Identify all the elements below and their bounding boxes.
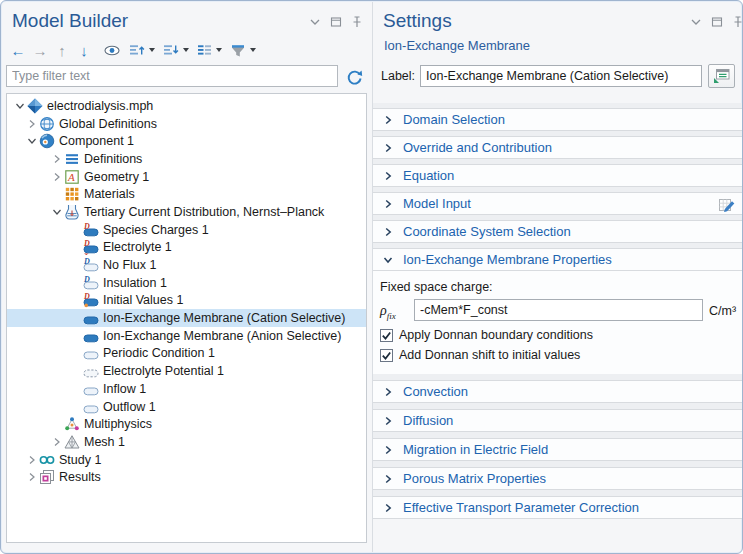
show-eye-button[interactable] [103,39,121,61]
tree-item-multiphysics[interactable]: Multiphysics [7,415,366,433]
tree-item-ion-exchange-membrane-anion-selective[interactable]: Ion-Exchange Membrane (Anion Selective) [7,327,366,345]
tree-item-label: Electrolyte Potential 1 [103,364,224,378]
section-coordinate-system-selection[interactable]: Coordinate System Selection [373,220,743,243]
forward-arrow-icon[interactable]: → [29,39,51,61]
tree-item-label: Multiphysics [84,417,152,431]
refresh-icon[interactable] [344,67,364,87]
pill-outline-d-icon: D [82,275,99,291]
tree-item-definitions[interactable]: Definitions [7,150,366,168]
tree-item-label: Inflow 1 [103,382,146,396]
tree-item-insulation-1[interactable]: DInsulation 1 [7,274,366,292]
settings-float-window-icon[interactable] [710,15,724,29]
collapse-list-button[interactable] [163,39,189,61]
tree-expand-chevron-icon[interactable] [50,172,63,182]
checkbox-add-donnan-shift-to-initial-values[interactable] [380,349,393,362]
node-label-display-button[interactable] [197,39,222,61]
tree-item-initial-values-1[interactable]: DInitial Values 1 [7,292,366,310]
settings-panel: Settings Ion-Exchange Membrane Label: Do… [372,2,743,552]
move-down-arrow-icon[interactable]: ↓ [73,39,95,61]
tree-collapse-chevron-icon[interactable] [13,101,26,111]
tree-expand-chevron-icon[interactable] [50,154,63,164]
section-chevron-icon[interactable] [380,445,396,455]
filter-funnel-icon [230,39,246,61]
tree-item-component-1[interactable]: Component 1 [7,132,366,150]
tree-item-label: Results [59,470,101,484]
tree-item-periodic-condition-1[interactable]: Periodic Condition 1 [7,345,366,363]
dropdown-caret-icon[interactable] [183,48,189,52]
tree-item-electrodialysis-mph[interactable]: electrodialysis.mph [7,97,366,115]
checkbox-label: Apply Donnan boundary conditions [399,328,593,342]
checkbox-apply-donnan-boundary-conditions[interactable] [380,329,393,342]
tree-item-outflow-1[interactable]: Outflow 1 [7,398,366,416]
section-porous-matrix-properties[interactable]: Porous Matrix Properties [373,467,743,490]
section-chevron-icon[interactable] [380,171,396,181]
tree-item-electrolyte-1[interactable]: DElectrolyte 1 [7,239,366,257]
dropdown-caret-icon[interactable] [216,48,222,52]
section-effective-transport-parameter-correction[interactable]: Effective Transport Parameter Correction [373,496,743,519]
model-builder-collapse-chevron-icon[interactable] [308,15,322,29]
filter-funnel-button[interactable] [230,39,256,61]
section-label: Diffusion [403,413,453,428]
tree-item-inflow-1[interactable]: Inflow 1 [7,380,366,398]
tree-item-no-flux-1[interactable]: DNo Flux 1 [7,256,366,274]
section-chevron-icon[interactable] [380,143,396,153]
section-chevron-icon[interactable] [380,115,396,125]
label-input[interactable] [420,65,702,87]
model-builder-pin-icon[interactable] [350,15,364,29]
section-model-input[interactable]: Model Input [373,192,743,215]
filter-input[interactable] [6,65,338,87]
edit-table-pencil-icon[interactable] [718,196,736,216]
settings-collapse-chevron-icon[interactable] [689,15,703,29]
section-chevron-icon[interactable] [380,199,396,209]
section-domain-selection[interactable]: Domain Selection [373,108,743,131]
section-label: Model Input [403,196,471,211]
tree-item-mesh-1[interactable]: Mesh 1 [7,433,366,451]
tree-item-study-1[interactable]: Study 1 [7,451,366,469]
section-chevron-icon[interactable] [380,474,396,484]
tree-item-geometry-1[interactable]: AGeometry 1 [7,168,366,186]
tree-expand-chevron-icon[interactable] [50,437,63,447]
pill-outline-icon [82,381,99,397]
tree-expand-chevron-icon[interactable] [25,119,38,129]
section-migration-in-electric-field[interactable]: Migration in Electric Field [373,438,743,461]
tree-collapse-chevron-icon[interactable] [50,207,63,217]
rename-button[interactable] [708,64,735,88]
section-convection[interactable]: Convection [373,380,743,403]
tree-expand-chevron-icon[interactable] [25,472,38,482]
tree-item-tertiary-current-distribution-nernst-planck[interactable]: Tertiary Current Distribution, Nernst–Pl… [7,203,366,221]
dropdown-caret-icon[interactable] [149,48,155,52]
geometry-icon: A [63,169,80,185]
move-up-arrow-icon[interactable]: ↑ [51,39,73,61]
tree-item-materials[interactable]: Materials [7,185,366,203]
tree-item-label: Electrolyte 1 [103,240,172,254]
settings-pin-icon[interactable] [731,15,743,29]
tree-item-electrolyte-potential-1[interactable]: Electrolyte Potential 1 [7,362,366,380]
section-chevron-icon[interactable] [380,387,396,397]
section-chevron-icon[interactable] [380,416,396,426]
section-chevron-icon[interactable] [380,503,396,513]
section-override-and-contribution[interactable]: Override and Contribution [373,136,743,159]
model-builder-float-window-icon[interactable] [329,15,343,29]
fixed-space-charge-input[interactable] [414,299,703,321]
dropdown-caret-icon[interactable] [250,48,256,52]
model-tree: electrodialysis.mphGlobal DefinitionsCom… [6,93,367,543]
section-ion-exchange-membrane-properties[interactable]: Ion-Exchange Membrane Properties [373,248,743,271]
expand-list-button[interactable] [129,39,155,61]
section-label: Domain Selection [403,112,505,127]
section-chevron-icon[interactable] [380,227,396,237]
label-caption: Label: [381,69,415,83]
back-arrow-icon[interactable]: ← [7,39,29,61]
globe-icon [38,116,55,132]
svg-text:A: A [67,171,75,183]
tree-expand-chevron-icon[interactable] [25,455,38,465]
tree-item-global-definitions[interactable]: Global Definitions [7,115,366,133]
tree-item-species-charges-1[interactable]: DSpecies Charges 1 [7,221,366,239]
section-diffusion[interactable]: Diffusion [373,409,743,432]
checkbox-row-apply-donnan-boundary-conditions: Apply Donnan boundary conditions [380,328,593,342]
tree-item-ion-exchange-membrane-cation-selective[interactable]: Ion-Exchange Membrane (Cation Selective) [7,309,366,327]
study-icon [38,452,55,468]
tree-collapse-chevron-icon[interactable] [25,136,38,146]
section-equation[interactable]: Equation [373,164,743,187]
section-chevron-icon[interactable] [380,255,396,265]
tree-item-results[interactable]: Results [7,468,366,486]
